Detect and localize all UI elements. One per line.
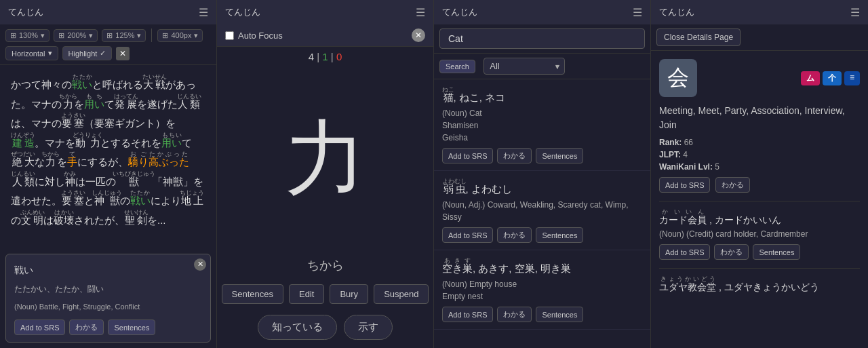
- highlight-label: Highlight: [68, 50, 98, 58]
- detail-srs-btn[interactable]: Add to SRS: [659, 177, 710, 193]
- result1-srs-btn[interactable]: Add to SRS: [442, 148, 493, 163]
- popup-meaning: (Noun) Battle, Fight, Struggle, Conflict: [14, 300, 202, 314]
- shitteiru-btn[interactable]: 知っている: [258, 315, 337, 340]
- popup-sentences-btn[interactable]: Sentences: [108, 320, 155, 335]
- autofocus-checkbox[interactable]: [225, 31, 234, 40]
- detail-word-1: カード会員かいいん, カードかいいん: [659, 208, 860, 227]
- wanikani-value: 5: [715, 162, 719, 172]
- popup-word-text: 戦い: [14, 265, 33, 275]
- zoom3-control[interactable]: ⊞ 125% ▾: [102, 29, 146, 42]
- score-unknown: 0: [336, 51, 342, 62]
- reader-text-area[interactable]: かつて神々の戦いたたかと呼ばれる大戦たいせんがあった。マナの力ちからを用いもちて…: [0, 65, 216, 348]
- result-meaning-3: (Noun) Empty houseEmpty nest: [442, 278, 642, 303]
- zoom4-icon: ⊞: [162, 31, 168, 40]
- detail-rank: Rank: 66: [659, 138, 860, 147]
- detail-word-2: ユダヤ教会堂きょうかいどう, ユダヤきょうかいどう: [659, 275, 860, 294]
- result-item: 猫ねこ, ねこ, ネコ (Noun) CatShamisenGeisha Add…: [434, 79, 650, 171]
- search-filter-bar: Search All Noun Verb ▾: [434, 54, 650, 79]
- results-list[interactable]: 猫ねこ, ねこ, ネコ (Noun) CatShamisenGeisha Add…: [434, 79, 650, 348]
- result2-know-btn[interactable]: わかる: [497, 227, 532, 243]
- result3-sentences-btn[interactable]: Sentences: [536, 307, 583, 322]
- panel2-menu-icon[interactable]: ☰: [416, 6, 425, 19]
- panel2-title: てんじん: [225, 6, 260, 18]
- detail-wanikani: WaniKani Lvl: 5: [659, 162, 860, 172]
- result-headword-3: 空き巣あきす, あきす, 空巣, 明き巣: [442, 257, 642, 275]
- score-bar: 4 | 1 | 0: [217, 47, 433, 66]
- panel3-header: てんじん ☰: [434, 0, 650, 24]
- tag-mu: ム: [801, 71, 820, 85]
- panel1-title: てんじん: [8, 6, 43, 18]
- autofocus-bar: Auto Focus ✕: [217, 24, 433, 47]
- kanji-panel: てんじん ☰ Auto Focus ✕ 4 | 1 | 0 力 ちから Sent…: [217, 0, 434, 348]
- result2-srs-btn[interactable]: Add to SRS: [442, 227, 493, 243]
- kanji-reading-label: ちから: [217, 252, 433, 279]
- zoom2-value: 200%: [67, 31, 86, 39]
- detail-know-btn[interactable]: わかる: [715, 177, 750, 193]
- result1-sentences-btn[interactable]: Sentences: [536, 148, 583, 163]
- zoom3-chevron: ▾: [137, 31, 141, 40]
- orientation-btn[interactable]: Horizontal ▾: [5, 46, 58, 60]
- result-actions-1: Add to SRS わかる Sentences: [442, 148, 642, 163]
- search-panel: てんじん ☰ Search All Noun Verb ▾ 猫ねこ, ねこ, ネ…: [434, 0, 651, 348]
- close-details-btn[interactable]: Close Details Page: [656, 28, 741, 46]
- details-panel: てんじん ☰ Close Details Page 会 ム 个 ≡ Meetin…: [651, 0, 868, 348]
- word1-srs-btn[interactable]: Add to SRS: [659, 244, 710, 260]
- word1-sentences-btn[interactable]: Sentences: [753, 244, 800, 260]
- zoom2-chevron: ▾: [89, 31, 93, 40]
- shimesu-btn[interactable]: 示す: [344, 315, 393, 340]
- panel3-title: てんじん: [442, 6, 477, 18]
- panel1-menu-icon[interactable]: ☰: [199, 6, 208, 19]
- result-headword-1: 猫ねこ, ねこ, ネコ: [442, 86, 642, 104]
- highlight-close-btn[interactable]: ✕: [116, 47, 130, 60]
- zoom4-control[interactable]: ⊞ 400px ▾: [157, 29, 203, 42]
- filter-select[interactable]: All Noun Verb: [484, 58, 565, 75]
- search-input[interactable]: [446, 29, 639, 48]
- result-actions-2: Add to SRS わかる Sentences: [442, 227, 642, 243]
- zoom2-control[interactable]: ⊞ 200% ▾: [54, 29, 98, 42]
- zoom3-value: 125%: [115, 31, 134, 39]
- details-content[interactable]: 会 ム 个 ≡ Meeting, Meet, Party, Associatio…: [651, 51, 868, 348]
- jlpt-value: 4: [683, 150, 688, 159]
- kanji-display: 力: [217, 66, 433, 252]
- reader-toolbar: ⊞ 130% ▾ ⊞ 200% ▾ ⊞ 125% ▾ ⊞ 400px ▾ Hor…: [0, 24, 216, 65]
- popup-know-btn[interactable]: わかる: [69, 320, 104, 335]
- kanji-character: 力: [285, 104, 366, 214]
- kanji-detail-header: 会 ム 个 ≡: [659, 59, 860, 97]
- result-item: 弱虫よわむし, よわむし (Noun, Adj.) Coward, Weakli…: [434, 171, 650, 250]
- result3-srs-btn[interactable]: Add to SRS: [442, 307, 493, 322]
- zoom2-icon: ⊞: [58, 31, 64, 40]
- panel2-header: てんじん ☰: [217, 0, 433, 24]
- result1-know-btn[interactable]: わかる: [497, 148, 532, 163]
- detail-word-section-2: ユダヤ教会堂きょうかいどう, ユダヤきょうかいどう: [659, 268, 860, 294]
- sentences-btn[interactable]: Sentences: [222, 284, 283, 304]
- panel3-menu-icon[interactable]: ☰: [633, 6, 642, 19]
- zoom1-icon: ⊞: [10, 31, 16, 40]
- bury-btn[interactable]: Bury: [330, 284, 368, 304]
- result-actions-3: Add to SRS わかる Sentences: [442, 307, 642, 322]
- toolbar-sep1: [151, 28, 152, 42]
- result-meaning-1: (Noun) CatShamisenGeisha: [442, 107, 642, 144]
- highlight-btn[interactable]: Highlight ✓: [62, 46, 113, 60]
- result-item: 空き巣あきす, あきす, 空巣, 明き巣 (Noun) Empty houseE…: [434, 250, 650, 330]
- result3-know-btn[interactable]: わかる: [497, 307, 532, 322]
- suspend-btn[interactable]: Suspend: [374, 284, 429, 304]
- result2-sentences-btn[interactable]: Sentences: [536, 227, 583, 243]
- autofocus-close-btn[interactable]: ✕: [412, 28, 425, 42]
- rank-value: 66: [684, 138, 693, 147]
- score-total: 4: [309, 51, 314, 62]
- popup-srs-btn[interactable]: Add to SRS: [14, 320, 65, 335]
- panel1-header: てんじん ☰: [0, 0, 216, 24]
- edit-btn[interactable]: Edit: [289, 284, 324, 304]
- orientation-label: Horizontal: [12, 50, 45, 58]
- tag-hito: 个: [823, 71, 842, 85]
- popup-reading: たたかい、たたか、闘い: [14, 282, 202, 297]
- zoom1-control[interactable]: ⊞ 130% ▾: [5, 29, 50, 42]
- orientation-chevron: ▾: [48, 49, 52, 58]
- detail-kanji-char: 会: [667, 63, 689, 93]
- search-btn[interactable]: Search: [439, 60, 475, 73]
- panel4-menu-icon[interactable]: ☰: [850, 6, 860, 19]
- autofocus-text: Auto Focus: [238, 31, 283, 41]
- popup-close-btn[interactable]: ✕: [194, 258, 206, 271]
- word1-know-btn[interactable]: わかる: [714, 244, 749, 260]
- zoom1-chevron: ▾: [41, 31, 45, 40]
